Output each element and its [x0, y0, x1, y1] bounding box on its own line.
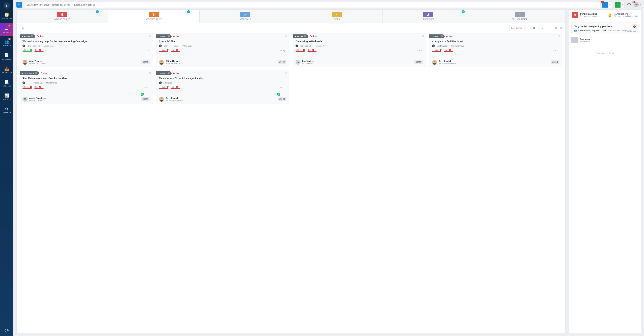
collab-header: Terry Siddall is requesting your help [574, 25, 636, 28]
ticket-card[interactable]: ▾ AGENT 1Critical⚙I'm moving to Bethesda… [293, 33, 426, 67]
ticket-card[interactable]: ▾ AGENT 1Critical⚙example of a facilitie… [429, 33, 562, 67]
breadcrumb-sep: » [41, 45, 42, 47]
requester-org: No companies [302, 62, 314, 65]
search-button[interactable]: 🔍 [16, 2, 22, 8]
ticket-card[interactable]: ▾ AGENT 1Critical⚙Check AC Filter?Facili… [156, 33, 289, 67]
chart-icon: 📊 [4, 93, 9, 98]
sidebar-item-requests[interactable]: 📄 REQUESTS [0, 50, 14, 63]
sidebar-item-articles[interactable]: 📃 ARTICLES [0, 77, 14, 90]
gamification-count: 0 [628, 6, 630, 8]
cards-grid: ▾ AGENT 1Critical⚙We need a landing page… [16, 33, 565, 333]
slider-track[interactable] [533, 28, 541, 28]
requester-name: Terry Siddall [439, 60, 456, 62]
ticket-card[interactable]: ▾ AGENT 1Critical⚙We need a landing page… [20, 33, 153, 67]
role-count: 1 [168, 35, 170, 38]
sidebar-item-requested[interactable]: 📤 REQUESTED [0, 63, 14, 77]
file-upload-icon: 📤 [4, 67, 9, 71]
create-button[interactable]: ＋ [615, 2, 620, 8]
list-view-button[interactable]: ▦ [555, 27, 557, 30]
tab-tasks[interactable]: ✓ TASKS [291, 10, 383, 23]
due-soon-title: Due soon [580, 38, 590, 40]
role-badge: ▾ AGENT 1 [20, 35, 35, 38]
sidebar-item-dashboard[interactable]: 🧭 DASHBOARD [0, 10, 14, 23]
sla-row: F. Resp.: ✕Res.: ✕⟳A y... [296, 49, 423, 52]
refresh-icon: ⟳ [144, 87, 145, 89]
priority-label: Critical [37, 35, 44, 38]
alert-icon: ❗ [604, 4, 606, 6]
card-footer: John ThomasInvGate · North Ameri#1205 [22, 60, 150, 65]
filter-search-input[interactable]: 🔍 [20, 25, 510, 31]
tab-collaboration[interactable]: 4 COLLABORATION [474, 10, 566, 23]
x-icon: ✕ [440, 49, 442, 51]
type-icon: ? [22, 45, 25, 47]
notifications-button[interactable]: 15 ❗ [602, 2, 608, 8]
card-settings-button[interactable]: ⚙ [285, 35, 288, 38]
filter-row: 🔍 Last update ⇅ ▲ ▲ ⛶ ▦ ⚙ [16, 23, 565, 33]
requester-avatar [432, 60, 437, 65]
sla-row: F. Resp.: ✕Res.: ✕⟳7 d... [22, 86, 150, 89]
sla-resolution: Res.: ✕ [308, 49, 317, 52]
tab-waiting-for-me[interactable]: 1 5 WAITING FOR ME [16, 10, 108, 23]
card-settings-button[interactable]: ⚙ [558, 35, 560, 38]
sla-age: ⟳2 y... [144, 50, 150, 52]
sort-direction-button[interactable]: ⇅ [524, 27, 525, 29]
tab-count: 5 [57, 12, 67, 17]
priority-label: Critical [310, 35, 317, 38]
sla-first-response: F. Resp.: ✓ [22, 49, 32, 52]
gear-icon: ⚙ [5, 107, 8, 111]
sla-row: F. Resp.: ✕Res.: ✕⟳6 d... [159, 86, 286, 89]
settings-button[interactable]: ⚙ [560, 27, 562, 30]
tab-label: COLLABORATION [512, 18, 528, 20]
gamification-button[interactable]: 🎮 0 [627, 2, 631, 8]
ticket-id: #1192 [278, 60, 286, 64]
x-icon: ✕ [166, 49, 168, 51]
check-icon: ✓ [335, 13, 338, 17]
pending-subtitle: Do, approve, complete [580, 15, 600, 17]
create-caret[interactable]: ▾ [620, 4, 624, 6]
notifications-pill[interactable]: 15 ❗ ▾ [602, 2, 612, 8]
due-soon-header: 0 Due soon Next events [572, 37, 638, 43]
fullscreen-button[interactable]: ⛶ [550, 27, 552, 30]
due-soon-subtitle: Next events [580, 40, 590, 42]
card-size-slider[interactable]: ▲ ▲ [530, 27, 544, 29]
rp-tab-pending[interactable]: 4 Pending actions Do, approve, complete [569, 10, 605, 20]
participations-title: Participations [614, 13, 638, 15]
tab-assigned-to-me[interactable]: 2 6 ASSIGNED TO ME [108, 10, 200, 23]
sidebar-badge: 2 [8, 25, 11, 27]
card-settings-button[interactable]: ⚙ [149, 72, 151, 75]
ticket-card[interactable]: ▾ AGENT 1Critical⚙This is where I'll tra… [156, 70, 289, 104]
card-settings-button[interactable]: ⚙ [422, 35, 424, 38]
user-menu[interactable]: 1 FM ▾ [634, 2, 641, 8]
sidebar-item-my-work[interactable]: 2 ☰ MY WORK [0, 23, 14, 36]
ticket-path: ?Facilities Request»HVAC Issue [159, 45, 286, 47]
card-settings-button[interactable]: ⚙ [285, 72, 288, 75]
list-icon: ☰ [5, 26, 8, 31]
users-icon: 👥 [574, 29, 577, 32]
card-footer: Shiraz HemaniApple, InvGate · North#1192 [159, 60, 286, 65]
global-search-input[interactable] [24, 2, 600, 8]
refresh-icon: ⟳ [280, 50, 282, 52]
rp-tab-participations[interactable]: 🔔 Participations Other requests I take p… [605, 10, 641, 20]
notification-badge: 🔔 [140, 93, 144, 96]
sidebar-item-settings[interactable]: ⚙ SETTINGS [0, 103, 14, 117]
notifications-caret[interactable]: ▾ [608, 4, 612, 6]
tab-approvals[interactable]: ✓ APPROVALS [200, 10, 291, 23]
sla-resolution: Res.: ✕ [34, 86, 44, 89]
dismiss-button[interactable]: 🔕 [632, 24, 636, 29]
pending-title: Pending actions [580, 13, 600, 15]
collab-request-item[interactable]: 🔕 Terry Siddall is requesting your help … [572, 23, 638, 34]
ticket-title: Check AC Filter [159, 40, 286, 43]
tab-count-icon: ✓ [332, 12, 342, 17]
bell-slash-icon: 🔕 [633, 25, 636, 28]
ticket-title: We need a landing page for the. new Mark… [22, 40, 150, 43]
ticket-card[interactable]: ▾ CUSTOMER 1Critical⚙iPad Maintenance Wo… [20, 70, 153, 104]
card-settings-button[interactable]: ⚙ [149, 35, 151, 38]
sidebar-item-manager[interactable]: 2 👥 MANAGER [0, 36, 14, 50]
small-triangle-icon: ▲ [530, 27, 532, 29]
create-pill[interactable]: ＋ ▾ [615, 2, 624, 8]
chevron-down-icon: ▾ [295, 36, 296, 37]
sidebar-item-reports[interactable]: 📊 REPORTS [0, 90, 14, 103]
requester-org: InvGate · North Ameri [166, 99, 183, 101]
sidebar-item-label: SETTINGS [2, 112, 11, 114]
tab-unassigned[interactable]: 2 2 UNASSIGNED [382, 10, 474, 23]
